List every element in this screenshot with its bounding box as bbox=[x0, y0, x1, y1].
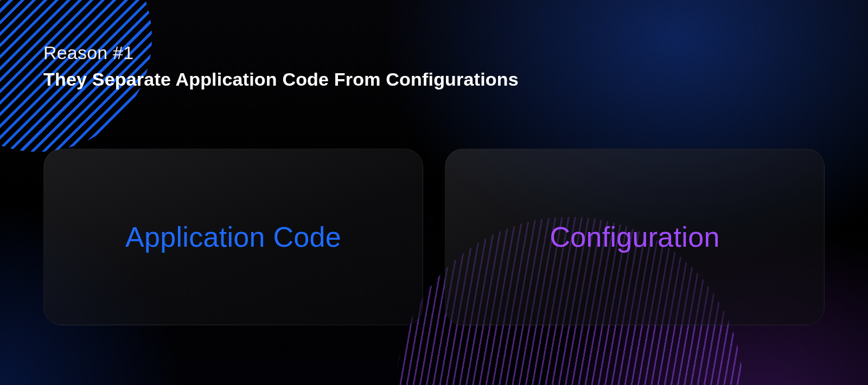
slide-title: They Separate Application Code From Conf… bbox=[43, 69, 825, 90]
card-label-configuration: Configuration bbox=[550, 221, 719, 253]
slide-eyebrow: Reason #1 bbox=[43, 42, 825, 63]
slide-content: Reason #1 They Separate Application Code… bbox=[0, 0, 868, 385]
card-row: Application Code Configuration bbox=[43, 149, 825, 325]
card-configuration: Configuration bbox=[445, 149, 825, 325]
card-label-application-code: Application Code bbox=[125, 221, 341, 253]
card-application-code: Application Code bbox=[43, 149, 423, 325]
